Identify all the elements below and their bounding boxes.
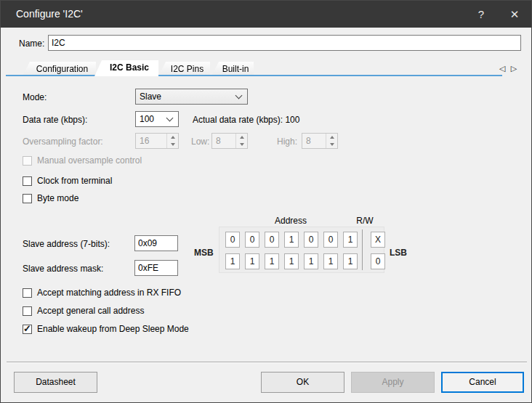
checkbox-enable-wakeup[interactable]: Enable wakeup from Deep Sleep Mode bbox=[23, 323, 189, 335]
window-title: Configure 'I2C' bbox=[16, 1, 83, 28]
spinner-down-icon[interactable] bbox=[326, 141, 337, 148]
close-button[interactable]: ✕ bbox=[498, 1, 531, 28]
mask-bit: 1 bbox=[265, 253, 279, 269]
tab-label: I2C Pins bbox=[171, 64, 203, 74]
low-spinner[interactable]: 8 bbox=[211, 133, 248, 149]
tab-i2c-pins[interactable]: I2C Pins bbox=[158, 62, 210, 76]
tab-underline bbox=[6, 75, 502, 76]
mask-bit: 1 bbox=[225, 253, 240, 269]
checkbox-accept-general-call[interactable]: Accept general call address bbox=[23, 305, 144, 317]
mask-bit: 1 bbox=[323, 253, 338, 269]
address-header: Address bbox=[247, 216, 334, 226]
address-bit: 0 bbox=[323, 232, 338, 248]
checkbox-label: Enable wakeup from Deep Sleep Mode bbox=[37, 324, 189, 334]
checkbox-label: Clock from terminal bbox=[37, 176, 112, 186]
checkbox-clock-from-terminal[interactable]: Clock from terminal bbox=[23, 175, 112, 187]
help-button[interactable]: ? bbox=[464, 1, 498, 28]
data-rate-select[interactable]: 100 bbox=[135, 111, 179, 127]
spinner-up-icon[interactable] bbox=[326, 134, 337, 141]
checkbox-label: Accept general call address bbox=[37, 306, 144, 316]
msb-label: MSB bbox=[194, 248, 214, 258]
high-label: High: bbox=[277, 137, 297, 147]
tab-configuration[interactable]: Configuration bbox=[23, 62, 96, 76]
help-icon: ? bbox=[478, 8, 484, 20]
spinner-down-icon[interactable] bbox=[167, 141, 178, 148]
spinner-up-icon[interactable] bbox=[167, 134, 178, 141]
checkbox-manual-oversample: Manual oversample control bbox=[23, 155, 142, 166]
low-label: Low: bbox=[191, 137, 209, 147]
slave-address-input[interactable] bbox=[134, 235, 178, 251]
chevron-down-icon bbox=[166, 115, 174, 122]
checkbox-label: Accept matching address in RX FIFO bbox=[37, 288, 181, 298]
footer-separator bbox=[7, 362, 527, 363]
data-rate-label: Data rate (kbps): bbox=[23, 115, 87, 125]
high-value: 8 bbox=[302, 134, 326, 148]
mode-value: Slave bbox=[136, 91, 232, 102]
checkbox-box[interactable] bbox=[23, 288, 32, 298]
slave-address-mask-label: Slave address mask: bbox=[23, 264, 103, 274]
spinner-down-icon[interactable] bbox=[236, 141, 247, 148]
name-input[interactable] bbox=[48, 35, 521, 51]
data-rate-value: 100 bbox=[136, 114, 163, 124]
titlebar[interactable]: Configure 'I2C' ? ✕ bbox=[1, 1, 531, 28]
high-spinner[interactable]: 8 bbox=[302, 133, 338, 149]
oversampling-label: Oversampling factor: bbox=[23, 137, 103, 147]
apply-button: Apply bbox=[351, 372, 435, 393]
checkbox-box[interactable] bbox=[23, 306, 32, 316]
oversampling-spinner[interactable]: 16 bbox=[135, 133, 179, 149]
tab-scroll-left-icon[interactable]: ◁ bbox=[497, 63, 507, 73]
address-bit: 1 bbox=[343, 232, 358, 248]
configure-i2c-dialog: Configure 'I2C' ? ✕ Name: Configuration … bbox=[0, 0, 532, 403]
address-bit: 0 bbox=[245, 232, 259, 248]
address-rw-bit: X bbox=[371, 232, 385, 248]
tab-label: I2C Basic bbox=[110, 62, 149, 73]
checkbox-byte-mode[interactable]: Byte mode bbox=[23, 192, 78, 204]
spinner-buttons[interactable] bbox=[326, 134, 337, 148]
mask-rw-bit: 0 bbox=[371, 253, 385, 269]
address-bit-panel: 0 0 0 1 0 0 1 X 1 1 1 1 1 1 1 0 bbox=[219, 227, 384, 273]
chevron-down-icon bbox=[235, 92, 243, 99]
mask-bit: 1 bbox=[245, 253, 259, 269]
spinner-buttons[interactable] bbox=[166, 134, 178, 148]
mask-bits-row: 1 1 1 1 1 1 1 0 bbox=[225, 253, 385, 269]
rw-header: R/W bbox=[350, 216, 379, 226]
checkbox-label: Manual oversample control bbox=[37, 155, 142, 166]
checkbox-accept-matching-address[interactable]: Accept matching address in RX FIFO bbox=[23, 287, 181, 298]
tab-label: Built-in bbox=[222, 64, 249, 74]
slave-address-label: Slave address (7-bits): bbox=[23, 239, 110, 249]
lsb-label: LSB bbox=[390, 248, 407, 258]
address-bit: 0 bbox=[304, 232, 318, 248]
mask-bit: 1 bbox=[304, 253, 318, 269]
name-label: Name: bbox=[19, 38, 44, 49]
checkbox-box[interactable] bbox=[23, 194, 32, 203]
checkbox-label: Byte mode bbox=[37, 193, 78, 203]
spinner-up-icon[interactable] bbox=[236, 134, 247, 141]
slave-address-mask-input[interactable] bbox=[134, 260, 178, 276]
actual-data-rate-text: Actual data rate (kbps): 100 bbox=[193, 115, 299, 125]
spinner-buttons[interactable] bbox=[235, 134, 247, 148]
mask-bit: 1 bbox=[284, 253, 299, 269]
address-bit: 1 bbox=[284, 232, 299, 248]
tab-built-in[interactable]: Built-in bbox=[211, 62, 254, 76]
address-bits-row: 0 0 0 1 0 0 1 X bbox=[225, 232, 385, 248]
tab-i2c-basic[interactable]: I2C Basic bbox=[94, 60, 158, 76]
oversampling-value: 16 bbox=[136, 134, 166, 148]
datasheet-button[interactable]: Datasheet bbox=[14, 372, 97, 393]
cancel-button[interactable]: Cancel bbox=[441, 372, 524, 393]
checkbox-box[interactable] bbox=[23, 325, 32, 334]
checkbox-box bbox=[23, 156, 32, 166]
close-icon: ✕ bbox=[510, 8, 520, 20]
address-bit: 0 bbox=[225, 232, 240, 248]
tab-scroll-right-icon[interactable]: ▷ bbox=[509, 63, 519, 73]
low-value: 8 bbox=[212, 134, 235, 148]
mode-label: Mode: bbox=[23, 92, 47, 102]
tab-label: Configuration bbox=[36, 64, 88, 74]
mode-select[interactable]: Slave bbox=[135, 89, 248, 105]
mask-bit: 1 bbox=[343, 253, 358, 269]
checkbox-box[interactable] bbox=[23, 176, 32, 186]
address-bit: 0 bbox=[265, 232, 279, 248]
ok-button[interactable]: OK bbox=[261, 372, 344, 393]
